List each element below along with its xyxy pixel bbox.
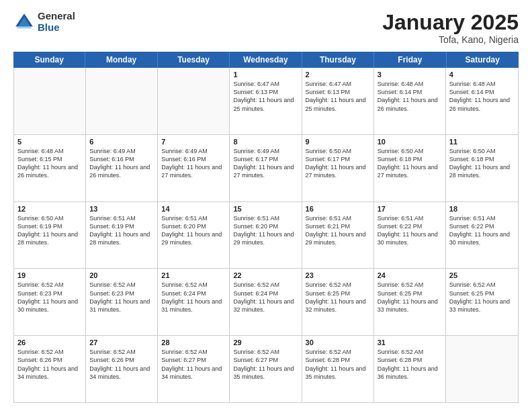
cell-info: Sunrise: 6:52 AM Sunset: 6:25 PM Dayligh… [449, 281, 515, 314]
day-number: 15 [233, 205, 298, 213]
calendar-row-4: 26Sunrise: 6:52 AM Sunset: 6:26 PM Dayli… [14, 336, 518, 402]
cell-info: Sunrise: 6:50 AM Sunset: 6:18 PM Dayligh… [449, 147, 515, 180]
calendar-cell-r3c3: 22Sunrise: 6:52 AM Sunset: 6:24 PM Dayli… [230, 269, 302, 335]
calendar: SundayMondayTuesdayWednesdayThursdayFrid… [13, 52, 519, 403]
calendar-cell-r2c6: 18Sunrise: 6:51 AM Sunset: 6:22 PM Dayli… [446, 202, 518, 269]
calendar-cell-r1c6: 11Sunrise: 6:50 AM Sunset: 6:18 PM Dayli… [446, 135, 518, 201]
day-number: 3 [378, 71, 442, 79]
page: General Blue January 2025 Tofa, Kano, Ni… [0, 0, 532, 411]
header-day-monday: Monday [85, 52, 157, 68]
calendar-cell-r3c0: 19Sunrise: 6:52 AM Sunset: 6:23 PM Dayli… [14, 269, 86, 335]
logo-text: General Blue [38, 11, 75, 33]
logo-icon [13, 11, 35, 33]
calendar-cell-r4c3: 29Sunrise: 6:52 AM Sunset: 6:27 PM Dayli… [230, 336, 302, 402]
calendar-cell-r0c6: 4Sunrise: 6:48 AM Sunset: 6:14 PM Daylig… [446, 68, 518, 134]
day-number: 18 [449, 205, 515, 213]
day-number: 7 [161, 138, 226, 146]
calendar-cell-r2c4: 16Sunrise: 6:51 AM Sunset: 6:21 PM Dayli… [302, 202, 374, 269]
calendar-cell-r0c1 [86, 68, 158, 134]
cell-info: Sunrise: 6:50 AM Sunset: 6:19 PM Dayligh… [17, 214, 82, 247]
cell-info: Sunrise: 6:52 AM Sunset: 6:26 PM Dayligh… [17, 348, 82, 381]
calendar-cell-r2c5: 17Sunrise: 6:51 AM Sunset: 6:22 PM Dayli… [374, 202, 446, 269]
day-number: 10 [378, 138, 442, 146]
calendar-cell-r2c2: 14Sunrise: 6:51 AM Sunset: 6:20 PM Dayli… [158, 202, 230, 269]
calendar-cell-r4c0: 26Sunrise: 6:52 AM Sunset: 6:26 PM Dayli… [14, 336, 86, 402]
header-day-wednesday: Wednesday [230, 52, 302, 68]
cell-info: Sunrise: 6:51 AM Sunset: 6:20 PM Dayligh… [233, 214, 298, 247]
day-number: 6 [89, 138, 154, 146]
day-number: 21 [161, 271, 226, 279]
calendar-row-2: 12Sunrise: 6:50 AM Sunset: 6:19 PM Dayli… [14, 202, 518, 269]
day-number: 12 [17, 205, 82, 213]
cell-info: Sunrise: 6:50 AM Sunset: 6:18 PM Dayligh… [378, 147, 442, 180]
day-number: 17 [378, 205, 442, 213]
calendar-cell-r1c0: 5Sunrise: 6:48 AM Sunset: 6:15 PM Daylig… [14, 135, 86, 201]
day-number: 27 [89, 338, 154, 347]
day-number: 26 [17, 338, 82, 347]
calendar-cell-r2c1: 13Sunrise: 6:51 AM Sunset: 6:19 PM Dayli… [86, 202, 158, 269]
day-number: 24 [378, 271, 442, 279]
calendar-cell-r0c3: 1Sunrise: 6:47 AM Sunset: 6:13 PM Daylig… [230, 68, 302, 134]
cell-info: Sunrise: 6:51 AM Sunset: 6:21 PM Dayligh… [306, 214, 370, 247]
calendar-row-1: 5Sunrise: 6:48 AM Sunset: 6:15 PM Daylig… [14, 135, 518, 202]
cell-info: Sunrise: 6:51 AM Sunset: 6:22 PM Dayligh… [378, 214, 442, 247]
month-title: January 2025 [382, 11, 519, 34]
cell-info: Sunrise: 6:52 AM Sunset: 6:24 PM Dayligh… [233, 281, 298, 314]
calendar-cell-r4c6 [446, 336, 518, 402]
header-day-sunday: Sunday [13, 52, 85, 68]
day-number: 29 [233, 338, 298, 347]
cell-info: Sunrise: 6:52 AM Sunset: 6:23 PM Dayligh… [89, 281, 154, 314]
title-block: January 2025 Tofa, Kano, Nigeria [382, 11, 519, 45]
day-number: 22 [233, 271, 298, 279]
cell-info: Sunrise: 6:49 AM Sunset: 6:16 PM Dayligh… [161, 147, 226, 180]
day-number: 20 [89, 271, 154, 279]
cell-info: Sunrise: 6:52 AM Sunset: 6:26 PM Dayligh… [89, 348, 154, 381]
day-number: 16 [306, 205, 370, 213]
header-day-saturday: Saturday [447, 52, 519, 68]
day-number: 9 [306, 138, 370, 146]
logo-blue-text: Blue [38, 22, 75, 34]
calendar-cell-r2c3: 15Sunrise: 6:51 AM Sunset: 6:20 PM Dayli… [230, 202, 302, 269]
cell-info: Sunrise: 6:52 AM Sunset: 6:27 PM Dayligh… [161, 348, 226, 381]
calendar-cell-r4c5: 31Sunrise: 6:52 AM Sunset: 6:28 PM Dayli… [374, 336, 446, 402]
day-number: 25 [449, 271, 515, 279]
cell-info: Sunrise: 6:51 AM Sunset: 6:20 PM Dayligh… [161, 214, 226, 247]
logo: General Blue [13, 11, 75, 33]
cell-info: Sunrise: 6:47 AM Sunset: 6:13 PM Dayligh… [233, 80, 298, 113]
calendar-cell-r4c4: 30Sunrise: 6:52 AM Sunset: 6:28 PM Dayli… [302, 336, 374, 402]
cell-info: Sunrise: 6:52 AM Sunset: 6:28 PM Dayligh… [378, 348, 442, 381]
cell-info: Sunrise: 6:49 AM Sunset: 6:16 PM Dayligh… [89, 147, 154, 180]
day-number: 30 [306, 338, 370, 347]
calendar-row-3: 19Sunrise: 6:52 AM Sunset: 6:23 PM Dayli… [14, 269, 518, 336]
calendar-cell-r1c2: 7Sunrise: 6:49 AM Sunset: 6:16 PM Daylig… [158, 135, 230, 201]
calendar-header: SundayMondayTuesdayWednesdayThursdayFrid… [13, 52, 519, 68]
calendar-row-0: 1Sunrise: 6:47 AM Sunset: 6:13 PM Daylig… [14, 68, 518, 135]
cell-info: Sunrise: 6:48 AM Sunset: 6:15 PM Dayligh… [17, 147, 82, 180]
cell-info: Sunrise: 6:49 AM Sunset: 6:17 PM Dayligh… [233, 147, 298, 180]
calendar-cell-r2c0: 12Sunrise: 6:50 AM Sunset: 6:19 PM Dayli… [14, 202, 86, 269]
calendar-grid: 1Sunrise: 6:47 AM Sunset: 6:13 PM Daylig… [13, 68, 519, 403]
header: General Blue January 2025 Tofa, Kano, Ni… [13, 11, 519, 45]
calendar-cell-r0c4: 2Sunrise: 6:47 AM Sunset: 6:13 PM Daylig… [302, 68, 374, 134]
calendar-cell-r1c3: 8Sunrise: 6:49 AM Sunset: 6:17 PM Daylig… [230, 135, 302, 201]
calendar-cell-r3c1: 20Sunrise: 6:52 AM Sunset: 6:23 PM Dayli… [86, 269, 158, 335]
calendar-cell-r0c5: 3Sunrise: 6:48 AM Sunset: 6:14 PM Daylig… [374, 68, 446, 134]
day-number: 23 [306, 271, 370, 279]
cell-info: Sunrise: 6:51 AM Sunset: 6:19 PM Dayligh… [89, 214, 154, 247]
day-number: 8 [233, 138, 298, 146]
header-day-thursday: Thursday [302, 52, 374, 68]
day-number: 1 [233, 71, 298, 79]
cell-info: Sunrise: 6:52 AM Sunset: 6:24 PM Dayligh… [161, 281, 226, 314]
calendar-cell-r3c5: 24Sunrise: 6:52 AM Sunset: 6:25 PM Dayli… [374, 269, 446, 335]
calendar-cell-r3c4: 23Sunrise: 6:52 AM Sunset: 6:25 PM Dayli… [302, 269, 374, 335]
calendar-cell-r4c1: 27Sunrise: 6:52 AM Sunset: 6:26 PM Dayli… [86, 336, 158, 402]
cell-info: Sunrise: 6:52 AM Sunset: 6:25 PM Dayligh… [378, 281, 442, 314]
header-day-friday: Friday [374, 52, 446, 68]
day-number: 19 [17, 271, 82, 279]
day-number: 31 [378, 338, 442, 347]
cell-info: Sunrise: 6:48 AM Sunset: 6:14 PM Dayligh… [449, 80, 515, 113]
day-number: 13 [89, 205, 154, 213]
calendar-cell-r4c2: 28Sunrise: 6:52 AM Sunset: 6:27 PM Dayli… [158, 336, 230, 402]
cell-info: Sunrise: 6:52 AM Sunset: 6:27 PM Dayligh… [233, 348, 298, 381]
cell-info: Sunrise: 6:51 AM Sunset: 6:22 PM Dayligh… [449, 214, 515, 247]
